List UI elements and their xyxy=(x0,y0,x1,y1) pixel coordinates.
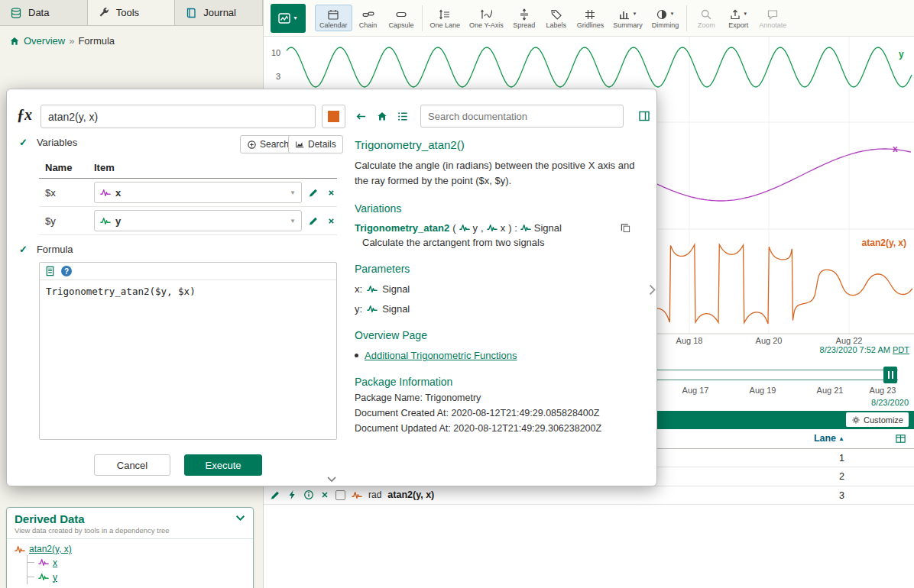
trend-view-dropdown-button[interactable]: ▼ xyxy=(271,4,306,33)
chevron-down-icon[interactable] xyxy=(235,515,245,522)
cancel-button[interactable]: Cancel xyxy=(94,454,170,476)
edit-pencil-icon[interactable] xyxy=(270,489,280,500)
search-label: Search xyxy=(260,139,289,150)
formula-editor[interactable]: ? Trigonometry_atan2($y, $x) xyxy=(39,262,337,440)
selected-item-label: x xyxy=(115,187,121,199)
index-list-icon[interactable] xyxy=(397,111,409,122)
summary-bars-icon xyxy=(618,8,630,21)
toolbar-item-zoom[interactable]: Zoom xyxy=(690,5,722,32)
add-column-icon[interactable] xyxy=(895,433,906,444)
tag-icon xyxy=(550,8,562,21)
toolbar-item-annotate[interactable]: Annotate xyxy=(754,5,791,32)
variable-item-select[interactable]: x ▼ xyxy=(94,182,302,203)
toolbar-item-one-lane[interactable]: One Lane xyxy=(426,5,465,32)
remove-x-icon[interactable] xyxy=(325,217,337,225)
param-type: Signal xyxy=(382,283,410,295)
tree-item[interactable]: y xyxy=(28,570,245,584)
overview-page-heading: Overview Page xyxy=(355,329,650,341)
formula-name-input[interactable] xyxy=(41,105,316,128)
x-axis-tick: Aug 20 xyxy=(756,336,783,345)
doc-description: Calculate the angle (in radians) between… xyxy=(355,158,640,188)
function-name-link[interactable]: Trigonometry_atan2 xyxy=(355,222,449,234)
arg-name: x xyxy=(501,222,506,234)
caret-down-icon: ▼ xyxy=(290,218,296,225)
param-name: x: xyxy=(355,283,362,295)
edit-pencil-icon[interactable] xyxy=(307,187,319,198)
toolbar-label: Dimming xyxy=(652,22,679,30)
formula-code[interactable]: Trigonometry_atan2($y, $x) xyxy=(40,280,336,302)
parameter-row: x: Signal xyxy=(355,283,650,295)
toolbar-item-capsule[interactable]: Capsule xyxy=(384,5,419,32)
gear-icon xyxy=(851,415,861,425)
tree-item-link[interactable]: atan2(y, x) xyxy=(29,544,72,554)
toolbar-item-summary[interactable]: ▼ Summary xyxy=(608,5,647,32)
toolbar-label: Annotate xyxy=(759,22,786,30)
toolbar-label: Capsule xyxy=(389,22,414,30)
timezone-link[interactable]: PDT xyxy=(893,345,909,354)
variations-heading: Variations xyxy=(355,202,650,215)
speech-bubble-icon xyxy=(767,8,779,21)
tree-item[interactable]: x xyxy=(28,555,245,570)
range-drag-handle[interactable] xyxy=(883,367,897,383)
tree-item[interactable]: atan2(y, x) xyxy=(15,544,245,554)
bolt-icon[interactable] xyxy=(287,489,297,500)
info-icon[interactable] xyxy=(303,489,314,500)
lane-value: 3 xyxy=(839,490,844,501)
tree-item-link[interactable]: x xyxy=(53,557,57,568)
toolbar-item-calendar[interactable]: Calendar xyxy=(315,5,352,32)
chevron-right-icon[interactable] xyxy=(649,284,656,296)
toolbar-label: One Lane xyxy=(430,22,461,30)
details-row[interactable]: rad atan2(y, x) 3 xyxy=(264,486,914,505)
breadcrumb-overview-link[interactable]: Overview xyxy=(24,35,65,47)
derived-data-header[interactable]: Derived Data View data created by tools … xyxy=(7,508,253,539)
toolbar-item-gridlines[interactable]: Gridlines xyxy=(572,5,609,32)
wrench-icon xyxy=(98,7,110,19)
derived-data-title: Derived Data xyxy=(15,512,245,525)
edit-pencil-icon[interactable] xyxy=(307,215,319,226)
color-picker-button[interactable] xyxy=(322,105,345,128)
overview-page-link[interactable]: Additional Trigonometric Functions xyxy=(365,350,517,361)
toolbar-item-chain[interactable]: Chain xyxy=(352,5,384,32)
spread-icon xyxy=(518,8,530,21)
paren: ) : xyxy=(508,222,517,234)
formula-tool-modal: ƒx ✓ Variables Search Details Name Item … xyxy=(6,89,657,486)
insert-example-icon[interactable] xyxy=(45,266,55,276)
execute-button[interactable]: Execute xyxy=(184,454,262,476)
side-panel-icon[interactable] xyxy=(638,110,650,122)
toolbar-item-one-y-axis[interactable]: One Y-Axis xyxy=(465,5,508,32)
back-arrow-icon[interactable] xyxy=(355,111,368,122)
toolbar-label: Labels xyxy=(546,22,566,30)
toolbar-separator xyxy=(422,5,423,31)
toolbar-item-dimming[interactable]: ▼ Dimming xyxy=(647,5,684,32)
item-name[interactable]: atan2(y, x) xyxy=(387,489,434,500)
tab-tools[interactable]: Tools xyxy=(88,0,176,25)
toolbar-item-labels[interactable]: Labels xyxy=(540,5,572,32)
variable-item-select[interactable]: y ▼ xyxy=(94,210,302,231)
documentation-search-input[interactable] xyxy=(420,105,624,128)
customize-button[interactable]: Customize xyxy=(846,412,909,427)
collapse-chevron-icon[interactable] xyxy=(326,476,337,483)
unit-of-measure: rad xyxy=(368,489,381,500)
tab-journal[interactable]: Journal xyxy=(175,0,263,25)
copy-icon[interactable] xyxy=(621,223,630,233)
tab-label: Data xyxy=(28,7,49,18)
remove-x-icon[interactable] xyxy=(320,490,329,499)
tab-data[interactable]: Data xyxy=(0,0,88,25)
overview-list-item: Additional Trigonometric Functions xyxy=(355,350,650,361)
lane-column-header[interactable]: Lane▲ xyxy=(814,433,844,444)
signal-icon xyxy=(100,217,111,225)
tree-item-link[interactable]: y xyxy=(53,572,57,583)
toolbar-item-export[interactable]: ▼ Export xyxy=(722,5,754,32)
remove-x-icon[interactable] xyxy=(325,189,337,197)
toolbar-item-spread[interactable]: Spread xyxy=(508,5,540,32)
row-checkbox[interactable] xyxy=(335,490,345,500)
series-label-x: x xyxy=(893,144,898,154)
check-icon: ✓ xyxy=(19,244,28,255)
lane-value: 1 xyxy=(839,453,844,464)
customize-label: Customize xyxy=(864,415,903,425)
variable-name: $y xyxy=(39,215,94,227)
home-icon[interactable] xyxy=(376,111,388,122)
details-toggle-button[interactable]: Details xyxy=(288,135,343,153)
home-icon[interactable] xyxy=(9,36,20,47)
help-icon[interactable]: ? xyxy=(61,266,72,276)
